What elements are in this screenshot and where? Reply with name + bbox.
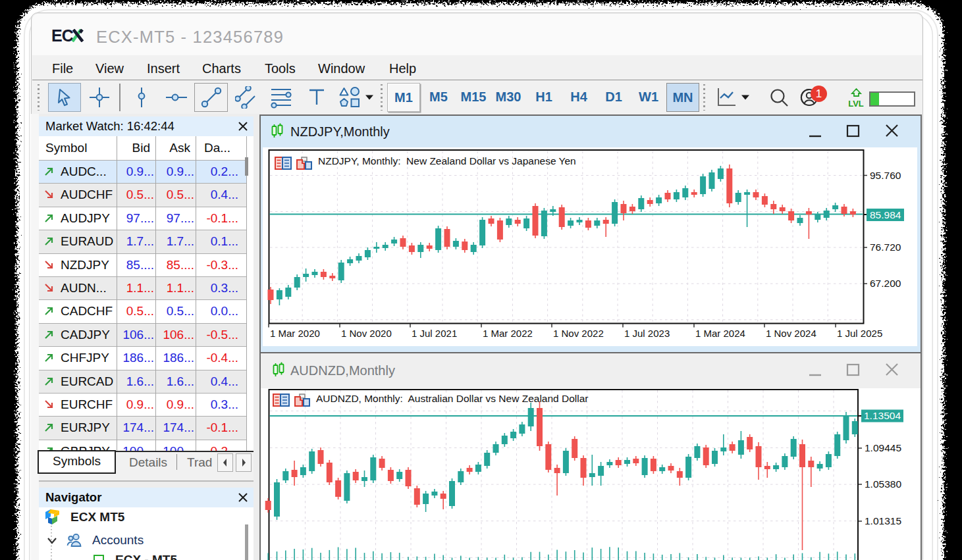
svg-text:LVL: LVL: [848, 99, 864, 109]
svg-text:1 Jul 2023: 1 Jul 2023: [624, 328, 670, 339]
svg-text:1.01315: 1.01315: [865, 515, 901, 526]
svg-text:1 Nov 2024: 1 Nov 2024: [766, 328, 816, 339]
svg-text:1 Mar 2024: 1 Mar 2024: [695, 328, 745, 339]
svg-text:1.05380: 1.05380: [865, 478, 901, 490]
svg-text:1 Jul 2025: 1 Jul 2025: [837, 328, 882, 339]
svg-text:1 Nov 2022: 1 Nov 2022: [553, 328, 604, 339]
svg-text:1 Mar 2020: 1 Mar 2020: [270, 328, 320, 339]
svg-text:1 Nov 2020: 1 Nov 2020: [341, 328, 392, 339]
svg-text:85.984: 85.984: [870, 209, 901, 220]
svg-text:67.200: 67.200: [870, 278, 901, 289]
svg-text:95.760: 95.760: [870, 170, 901, 181]
svg-text:1 Mar 2022: 1 Mar 2022: [483, 328, 533, 339]
svg-text:1.13504: 1.13504: [864, 410, 901, 421]
svg-text:76.720: 76.720: [870, 242, 901, 253]
svg-text:1 Jul 2021: 1 Jul 2021: [412, 328, 457, 339]
svg-text:1.09445: 1.09445: [865, 442, 901, 453]
